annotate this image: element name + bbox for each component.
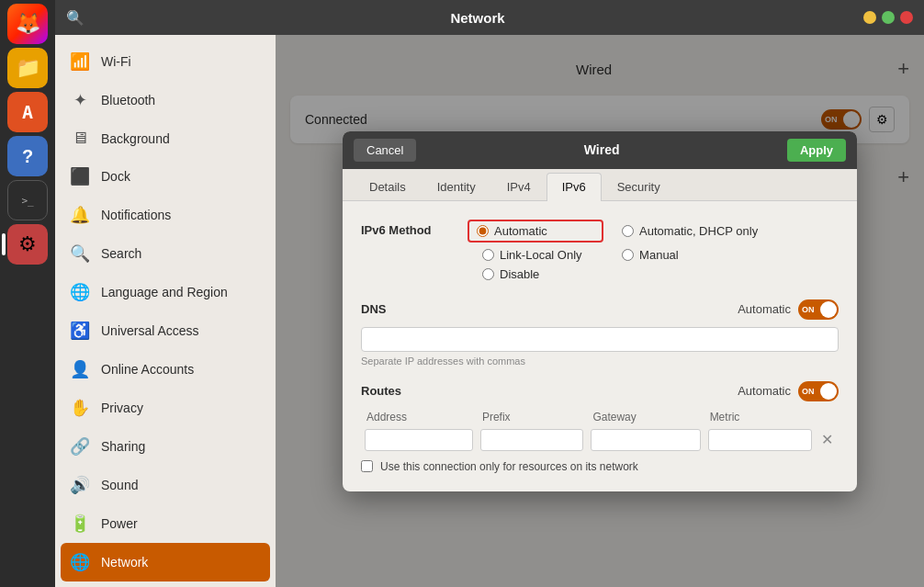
dialog-tabs: Details Identity IPv4 IPv6 Security — [343, 169, 857, 201]
firefox-icon[interactable]: 🦊 — [7, 4, 48, 44]
radio-link-local[interactable] — [482, 249, 494, 261]
option-disable[interactable]: Disable — [482, 267, 603, 281]
option-manual[interactable]: Manual — [622, 248, 758, 262]
dns-hint: Separate IP addresses with commas — [361, 356, 839, 367]
sidebar-item-search[interactable]: 🔍 Search — [55, 234, 276, 273]
content-area: 📶 Wi-Fi ✦ Bluetooth 🖥 Background ⬛ Dock … — [55, 35, 924, 587]
modal-overlay: Cancel Wired Apply Details Identity IPv4… — [276, 35, 924, 587]
routes-row: ✕ — [361, 427, 839, 453]
help-icon[interactable]: ? — [7, 136, 48, 176]
routes-header: Routes Automatic — [361, 381, 839, 401]
search-sidebar-icon: 🔍 — [70, 243, 90, 264]
sound-icon: 🔊 — [70, 475, 90, 495]
prefix-input[interactable] — [480, 429, 584, 451]
sidebar-item-network[interactable]: 🌐 Network — [61, 543, 270, 581]
sidebar-item-universal-access[interactable]: ♿ Universal Access — [55, 311, 276, 350]
sidebar-item-online-accounts[interactable]: 👤 Online Accounts — [55, 350, 276, 389]
sidebar-item-language[interactable]: 🌐 Language and Region — [55, 273, 276, 311]
radio-automatic-dhcp[interactable] — [622, 225, 634, 237]
minimize-button[interactable] — [863, 11, 876, 24]
sidebar-item-sound[interactable]: 🔊 Sound — [55, 466, 276, 504]
sidebar-item-label: Online Accounts — [101, 362, 194, 377]
apply-button[interactable]: Apply — [787, 139, 846, 162]
sidebar-item-sharing[interactable]: 🔗 Sharing — [55, 427, 276, 466]
sidebar-item-label: Background — [101, 131, 170, 146]
sidebar-item-label: Wi-Fi — [101, 54, 131, 69]
sidebar-item-label: Language and Region — [101, 285, 228, 299]
dialog-title: Wired — [427, 142, 775, 157]
option-automatic-dhcp-label: Automatic, DHCP only — [639, 224, 758, 238]
main-content: Wired + Connected ⚙ VPN + — [276, 35, 924, 587]
gateway-input[interactable] — [591, 429, 700, 451]
dock-icon-sidebar: ⬛ — [70, 166, 90, 186]
sidebar-item-notifications[interactable]: 🔔 Notifications — [55, 196, 276, 234]
sidebar-item-dock[interactable]: ⬛ Dock — [55, 157, 276, 196]
dns-toggle-knob — [820, 301, 837, 318]
option-manual-label: Manual — [639, 248, 679, 262]
sidebar-item-label: Search — [101, 246, 141, 261]
option-automatic-dhcp[interactable]: Automatic, DHCP only — [622, 220, 758, 243]
address-input[interactable] — [365, 429, 473, 451]
maximize-button[interactable] — [882, 11, 895, 24]
sidebar-item-label: Notifications — [101, 208, 171, 222]
sidebar-item-wifi[interactable]: 📶 Wi-Fi — [55, 42, 276, 81]
dns-section: DNS Automatic Separate IP addresses with… — [361, 299, 839, 367]
option-automatic-label: Automatic — [494, 224, 547, 238]
col-gateway: Gateway — [587, 409, 704, 427]
online-accounts-icon: 👤 — [70, 359, 90, 379]
header-title: Network — [92, 10, 863, 26]
sidebar-item-devices[interactable]: 🖨 Devices › — [55, 581, 276, 587]
use-connection-row: Use this connection only for resources o… — [361, 460, 839, 473]
settings-icon[interactable]: ⚙ — [7, 224, 48, 265]
header-bar: 🔍 Network — [55, 0, 924, 35]
tab-ipv4[interactable]: IPv4 — [491, 173, 547, 200]
language-icon: 🌐 — [70, 282, 90, 302]
option-link-local-label: Link-Local Only — [500, 248, 582, 262]
terminal-icon[interactable]: >_ — [7, 180, 48, 220]
dns-toggle[interactable] — [798, 299, 839, 320]
files-icon[interactable]: 📁 — [7, 48, 48, 88]
power-icon: 🔋 — [70, 514, 90, 534]
routes-automatic-label: Automatic — [738, 384, 791, 398]
sidebar-item-label: Power — [101, 516, 138, 531]
sidebar-item-power[interactable]: 🔋 Power — [55, 504, 276, 543]
routes-toggle[interactable] — [798, 381, 839, 401]
ipv6-method-section: IPv6 Method Automatic Automatic, DHCP on… — [361, 220, 839, 281]
sidebar-item-background[interactable]: 🖥 Background — [55, 119, 276, 157]
col-address: Address — [361, 409, 477, 427]
radio-automatic[interactable] — [477, 225, 489, 237]
delete-route-button[interactable]: ✕ — [819, 429, 835, 450]
bluetooth-icon: ✦ — [70, 90, 90, 110]
sidebar-item-label: Universal Access — [101, 323, 199, 338]
radio-disable[interactable] — [482, 268, 494, 280]
sidebar-item-label: Dock — [101, 169, 130, 184]
cancel-button[interactable]: Cancel — [354, 139, 416, 162]
sidebar: 📶 Wi-Fi ✦ Bluetooth 🖥 Background ⬛ Dock … — [55, 35, 276, 587]
option-disable-label: Disable — [500, 267, 539, 281]
dialog-titlebar: Cancel Wired Apply — [343, 131, 857, 169]
sidebar-item-bluetooth[interactable]: ✦ Bluetooth — [55, 81, 276, 119]
radio-manual[interactable] — [622, 249, 634, 261]
wired-dialog: Cancel Wired Apply Details Identity IPv4… — [343, 131, 857, 491]
sidebar-item-label: Sound — [101, 478, 138, 492]
use-connection-checkbox[interactable] — [361, 460, 373, 472]
ipv6-method-options: Automatic Automatic, DHCP only Link-Loca… — [468, 220, 758, 281]
dns-input[interactable] — [361, 327, 839, 352]
close-button[interactable] — [900, 11, 913, 24]
sidebar-item-label: Bluetooth — [101, 93, 155, 107]
metric-input[interactable] — [708, 429, 812, 451]
dialog-content: IPv6 Method Automatic Automatic, DHCP on… — [343, 201, 857, 491]
option-automatic[interactable]: Automatic — [468, 220, 603, 243]
tab-security[interactable]: Security — [602, 173, 676, 200]
sidebar-item-label: Privacy — [101, 401, 143, 415]
tab-ipv6[interactable]: IPv6 — [547, 173, 602, 201]
tab-identity[interactable]: Identity — [422, 173, 491, 200]
tab-details[interactable]: Details — [354, 173, 422, 200]
appstore-icon[interactable]: A — [7, 92, 48, 132]
settings-window: 🔍 Network 📶 Wi-Fi ✦ Bluetooth 🖥 Backgrou… — [55, 0, 924, 587]
option-link-local[interactable]: Link-Local Only — [482, 248, 603, 262]
search-icon[interactable]: 🔍 — [66, 9, 85, 27]
sidebar-item-privacy[interactable]: ✋ Privacy — [55, 389, 276, 427]
routes-section: Routes Automatic Address — [361, 381, 839, 473]
background-icon: 🖥 — [70, 129, 90, 148]
